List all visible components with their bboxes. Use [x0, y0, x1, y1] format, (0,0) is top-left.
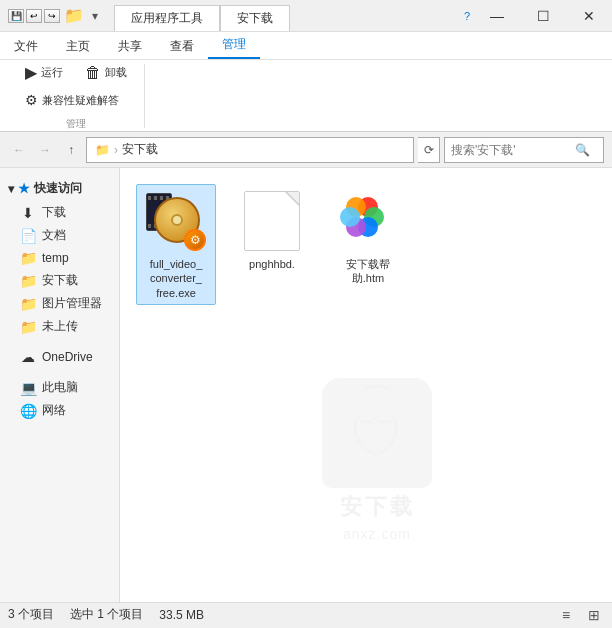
apple-icon-circles	[344, 197, 392, 245]
undo-btn[interactable]: ↩	[26, 9, 42, 23]
watermark-bag: 🛡	[322, 378, 432, 488]
tab-home[interactable]: 主页	[52, 34, 104, 59]
file-icon-htm	[336, 189, 400, 253]
document-icon: 📄	[20, 228, 36, 244]
address-bar: ← → ↑ 📁 › 安下载 ⟳ 🔍	[0, 132, 612, 168]
path-icon: 📁	[95, 143, 110, 157]
ribbon-row-1: ▶ 运行 🗑 卸载	[16, 60, 136, 85]
tab-apps[interactable]: 应用程序工具	[114, 5, 220, 31]
title-bar: 💾 ↩ ↪ 📁 ▾ 应用程序工具 安下载 ? — ☐ ✕	[0, 0, 612, 32]
tab-share[interactable]: 共享	[104, 34, 156, 59]
file-label-png: pnghhbd.	[249, 257, 295, 271]
files-grid: ⚙ full_video_converter_free.exe pnghhbd.	[136, 184, 596, 305]
window-controls: ? — ☐ ✕	[464, 0, 612, 31]
sidebar-divider-1	[0, 338, 119, 346]
run-icon: ▶	[25, 63, 37, 82]
sidebar-item-temp[interactable]: 📁 temp	[0, 247, 119, 269]
ribbon-content: ▶ 运行 🗑 卸载 ⚙ 兼容性疑难解答 管理	[0, 60, 612, 132]
ribbon-btn-compatibility[interactable]: ⚙ 兼容性疑难解答	[16, 89, 128, 111]
tab-manage[interactable]: 管理	[208, 32, 260, 59]
status-view-controls: ≡ ⊞	[556, 605, 604, 625]
star-icon: ★	[18, 181, 30, 196]
forward-button[interactable]: →	[34, 139, 56, 161]
file-corner-inner	[287, 192, 299, 204]
file-icon-png	[240, 189, 304, 253]
maximize-button[interactable]: ☐	[520, 0, 566, 32]
folder-icon-anzaixia: 📁	[20, 273, 36, 289]
item-count: 3 个项目	[8, 606, 54, 623]
watermark-shield-icon: 🛡	[350, 407, 404, 469]
folder-title-icon: 📁	[64, 6, 84, 25]
tab-view[interactable]: 查看	[156, 34, 208, 59]
sidebar-quick-access-header[interactable]: ▾ ★ 快速访问	[0, 176, 119, 201]
sidebar-item-downloads[interactable]: ⬇ 下载	[0, 201, 119, 224]
title-bar-label: ▾	[92, 9, 98, 23]
folder-icon-temp: 📁	[20, 250, 36, 266]
search-input[interactable]	[451, 143, 571, 157]
uninstall-icon: 🗑	[85, 64, 101, 82]
file-label-exe: full_video_converter_free.exe	[150, 257, 203, 300]
onedrive-icon: ☁	[20, 349, 36, 365]
quick-access-toolbar: 💾 ↩ ↪	[8, 9, 60, 23]
ribbon-tab-bar: 文件 主页 共享 查看 管理	[0, 32, 612, 60]
file-item-exe[interactable]: ⚙ full_video_converter_free.exe	[136, 184, 216, 305]
sidebar-divider-2	[0, 368, 119, 376]
path-separator: ›	[114, 143, 118, 157]
sidebar-item-documents[interactable]: 📄 文档	[0, 224, 119, 247]
file-area: 🛡 安下载 anxz.com	[120, 168, 612, 602]
exe-gear-icon: ⚙	[184, 229, 206, 251]
file-item-png[interactable]: pnghhbd.	[232, 184, 312, 305]
minimize-button[interactable]: —	[474, 0, 520, 32]
redo-btn[interactable]: ↪	[44, 9, 60, 23]
up-button[interactable]: ↑	[60, 139, 82, 161]
watermark: 🛡 安下载 anxz.com	[322, 378, 432, 542]
refresh-button[interactable]: ⟳	[418, 137, 440, 163]
selected-count: 选中 1 个项目	[70, 606, 143, 623]
circle-cyan	[340, 207, 360, 227]
chevron-down-icon: ▾	[8, 182, 14, 196]
main-area: ▾ ★ 快速访问 ⬇ 下载 📄 文档 📁 temp 📁 安下载 📁 图片管理器 …	[0, 168, 612, 602]
title-bar-tabs: 应用程序工具 安下载	[106, 0, 464, 31]
sidebar-item-thispc[interactable]: 💻 此电脑	[0, 376, 119, 399]
thispc-icon: 💻	[20, 380, 36, 396]
watermark-text: 安下载	[340, 492, 415, 522]
sidebar-item-notup[interactable]: 📁 未上传	[0, 315, 119, 338]
save-btn[interactable]: 💾	[8, 9, 24, 23]
list-view-button[interactable]: ≡	[556, 605, 576, 625]
file-item-htm[interactable]: 安下载帮助.htm	[328, 184, 408, 305]
sidebar-item-onedrive[interactable]: ☁ OneDrive	[0, 346, 119, 368]
back-button[interactable]: ←	[8, 139, 30, 161]
sidebar-item-anzaixia[interactable]: 📁 安下载	[0, 269, 119, 292]
ribbon-btn-run[interactable]: ▶ 运行	[16, 60, 72, 85]
status-bar: 3 个项目 选中 1 个项目 33.5 MB ≡ ⊞	[0, 602, 612, 626]
disc-center	[171, 214, 183, 226]
download-icon: ⬇	[20, 205, 36, 221]
ribbon-group-run: ▶ 运行 🗑 卸载 ⚙ 兼容性疑难解答 管理	[8, 64, 145, 128]
tab-download[interactable]: 安下载	[220, 5, 290, 31]
file-size: 33.5 MB	[159, 608, 204, 622]
path-current: 安下载	[122, 141, 158, 158]
title-bar-left: 💾 ↩ ↪ 📁 ▾	[0, 0, 106, 31]
search-icon: 🔍	[575, 143, 590, 157]
ribbon-btn-uninstall[interactable]: 🗑 卸载	[76, 60, 136, 85]
search-box[interactable]: 🔍	[444, 137, 604, 163]
help-icon: ?	[464, 10, 470, 22]
address-path[interactable]: 📁 › 安下载	[86, 137, 414, 163]
ribbon-group-label: 管理	[16, 117, 136, 131]
folder-icon-imgmgr: 📁	[20, 296, 36, 312]
watermark-subtext: anxz.com	[343, 526, 411, 542]
grid-view-button[interactable]: ⊞	[584, 605, 604, 625]
sidebar-item-imgmgr[interactable]: 📁 图片管理器	[0, 292, 119, 315]
sidebar-item-network[interactable]: 🌐 网络	[0, 399, 119, 422]
tab-file[interactable]: 文件	[0, 34, 52, 59]
folder-icon-notup: 📁	[20, 319, 36, 335]
close-button[interactable]: ✕	[566, 0, 612, 32]
compat-icon: ⚙	[25, 92, 38, 108]
network-icon: 🌐	[20, 403, 36, 419]
file-icon-exe: ⚙	[144, 189, 208, 253]
watermark-bag-handle	[362, 384, 392, 402]
ribbon-row-2: ⚙ 兼容性疑难解答	[16, 89, 136, 111]
file-label-htm: 安下载帮助.htm	[346, 257, 390, 286]
sidebar: ▾ ★ 快速访问 ⬇ 下载 📄 文档 📁 temp 📁 安下载 📁 图片管理器 …	[0, 168, 120, 602]
